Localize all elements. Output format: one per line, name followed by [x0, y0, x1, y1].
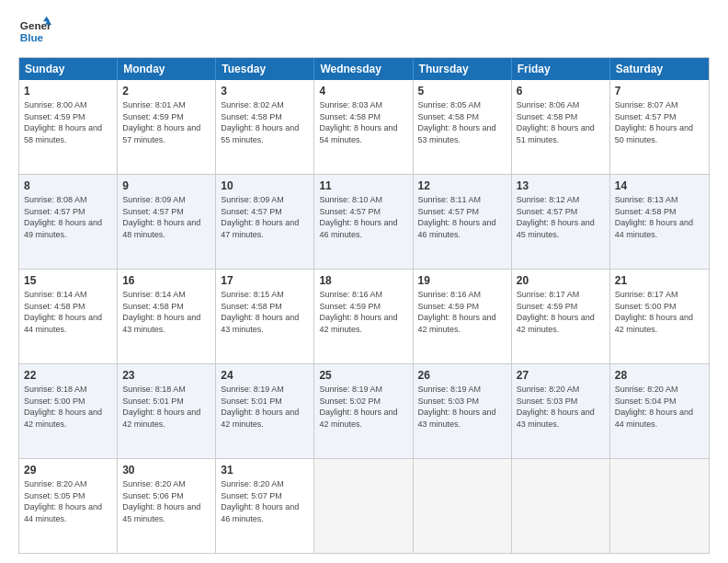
day-number: 11: [319, 178, 407, 193]
page-header: General Blue: [18, 15, 710, 48]
day-number: 17: [221, 273, 309, 288]
calendar-cell: [414, 459, 512, 553]
sun-info: Sunrise: 8:20 AMSunset: 5:05 PMDaylight:…: [24, 478, 112, 524]
sun-info: Sunrise: 8:15 AMSunset: 4:58 PMDaylight:…: [221, 289, 309, 335]
sun-info: Sunrise: 8:18 AMSunset: 5:00 PMDaylight:…: [24, 384, 112, 430]
sun-info: Sunrise: 8:14 AMSunset: 4:58 PMDaylight:…: [122, 289, 210, 335]
sun-info: Sunrise: 8:18 AMSunset: 5:01 PMDaylight:…: [122, 384, 210, 430]
sun-info: Sunrise: 8:19 AMSunset: 5:02 PMDaylight:…: [319, 384, 407, 430]
calendar-cell: 31Sunrise: 8:20 AMSunset: 5:07 PMDayligh…: [216, 459, 314, 553]
calendar-header: SundayMondayTuesdayWednesdayThursdayFrid…: [19, 58, 709, 80]
calendar-cell: 13Sunrise: 8:12 AMSunset: 4:57 PMDayligh…: [512, 175, 610, 269]
calendar-cell: 11Sunrise: 8:10 AMSunset: 4:57 PMDayligh…: [314, 175, 413, 269]
calendar-row: 8Sunrise: 8:08 AMSunset: 4:57 PMDaylight…: [19, 174, 709, 269]
sun-info: Sunrise: 8:20 AMSunset: 5:04 PMDaylight:…: [615, 384, 704, 430]
calendar-cell: 14Sunrise: 8:13 AMSunset: 4:58 PMDayligh…: [610, 175, 709, 269]
calendar: SundayMondayTuesdayWednesdayThursdayFrid…: [18, 57, 710, 554]
weekday-header: Tuesday: [216, 58, 314, 80]
sun-info: Sunrise: 8:08 AMSunset: 4:57 PMDaylight:…: [24, 194, 112, 240]
calendar-row: 15Sunrise: 8:14 AMSunset: 4:58 PMDayligh…: [19, 269, 709, 363]
calendar-cell: 9Sunrise: 8:09 AMSunset: 4:57 PMDaylight…: [118, 175, 216, 269]
day-number: 21: [615, 273, 704, 288]
day-number: 9: [122, 178, 210, 193]
weekday-header: Wednesday: [314, 58, 413, 80]
day-number: 16: [122, 273, 210, 288]
logo: General Blue: [18, 15, 51, 48]
day-number: 3: [221, 84, 309, 98]
calendar-cell: 25Sunrise: 8:19 AMSunset: 5:02 PMDayligh…: [314, 364, 413, 458]
calendar-cell: 17Sunrise: 8:15 AMSunset: 4:58 PMDayligh…: [216, 270, 314, 363]
weekday-header: Saturday: [610, 58, 709, 80]
sun-info: Sunrise: 8:09 AMSunset: 4:57 PMDaylight:…: [221, 194, 309, 240]
calendar-row: 22Sunrise: 8:18 AMSunset: 5:00 PMDayligh…: [19, 363, 709, 458]
calendar-cell: [512, 459, 610, 553]
calendar-cell: 2Sunrise: 8:01 AMSunset: 4:59 PMDaylight…: [118, 80, 216, 174]
sun-info: Sunrise: 8:16 AMSunset: 4:59 PMDaylight:…: [418, 289, 506, 335]
day-number: 31: [221, 463, 309, 477]
sun-info: Sunrise: 8:13 AMSunset: 4:58 PMDaylight:…: [615, 194, 704, 240]
calendar-cell: 15Sunrise: 8:14 AMSunset: 4:58 PMDayligh…: [19, 270, 118, 363]
day-number: 18: [319, 273, 407, 288]
day-number: 1: [24, 84, 112, 98]
day-number: 28: [615, 368, 704, 383]
calendar-cell: 16Sunrise: 8:14 AMSunset: 4:58 PMDayligh…: [118, 270, 216, 363]
calendar-cell: 21Sunrise: 8:17 AMSunset: 5:00 PMDayligh…: [610, 270, 709, 363]
calendar-cell: 20Sunrise: 8:17 AMSunset: 4:59 PMDayligh…: [512, 270, 610, 363]
day-number: 15: [24, 273, 112, 288]
calendar-cell: 29Sunrise: 8:20 AMSunset: 5:05 PMDayligh…: [19, 459, 118, 553]
weekday-header: Friday: [512, 58, 610, 80]
calendar-cell: 12Sunrise: 8:11 AMSunset: 4:57 PMDayligh…: [414, 175, 512, 269]
sun-info: Sunrise: 8:12 AMSunset: 4:57 PMDaylight:…: [517, 194, 605, 240]
sun-info: Sunrise: 8:19 AMSunset: 5:03 PMDaylight:…: [418, 384, 506, 430]
calendar-cell: 24Sunrise: 8:19 AMSunset: 5:01 PMDayligh…: [216, 364, 314, 458]
day-number: 10: [221, 178, 309, 193]
sun-info: Sunrise: 8:17 AMSunset: 5:00 PMDaylight:…: [615, 289, 704, 335]
sun-info: Sunrise: 8:01 AMSunset: 4:59 PMDaylight:…: [122, 99, 210, 145]
day-number: 8: [24, 178, 112, 193]
sun-info: Sunrise: 8:06 AMSunset: 4:58 PMDaylight:…: [517, 99, 605, 145]
day-number: 14: [615, 178, 704, 193]
day-number: 19: [418, 273, 506, 288]
sun-info: Sunrise: 8:11 AMSunset: 4:57 PMDaylight:…: [418, 194, 506, 240]
calendar-body: 1Sunrise: 8:00 AMSunset: 4:59 PMDaylight…: [19, 80, 709, 553]
calendar-cell: 10Sunrise: 8:09 AMSunset: 4:57 PMDayligh…: [216, 175, 314, 269]
logo-icon: General Blue: [18, 15, 51, 48]
calendar-cell: 8Sunrise: 8:08 AMSunset: 4:57 PMDaylight…: [19, 175, 118, 269]
calendar-cell: 1Sunrise: 8:00 AMSunset: 4:59 PMDaylight…: [19, 80, 118, 174]
day-number: 4: [319, 84, 407, 98]
calendar-cell: 30Sunrise: 8:20 AMSunset: 5:06 PMDayligh…: [118, 459, 216, 553]
sun-info: Sunrise: 8:20 AMSunset: 5:07 PMDaylight:…: [221, 478, 309, 524]
calendar-cell: 3Sunrise: 8:02 AMSunset: 4:58 PMDaylight…: [216, 80, 314, 174]
sun-info: Sunrise: 8:05 AMSunset: 4:58 PMDaylight:…: [418, 99, 506, 145]
weekday-header: Monday: [118, 58, 216, 80]
sun-info: Sunrise: 8:09 AMSunset: 4:57 PMDaylight:…: [122, 194, 210, 240]
day-number: 2: [122, 84, 210, 98]
calendar-cell: [314, 459, 413, 553]
calendar-cell: [610, 459, 709, 553]
sun-info: Sunrise: 8:20 AMSunset: 5:03 PMDaylight:…: [517, 384, 605, 430]
day-number: 25: [319, 368, 407, 383]
day-number: 22: [24, 368, 112, 383]
sun-info: Sunrise: 8:14 AMSunset: 4:58 PMDaylight:…: [24, 289, 112, 335]
calendar-row: 29Sunrise: 8:20 AMSunset: 5:05 PMDayligh…: [19, 458, 709, 553]
day-number: 13: [517, 178, 605, 193]
weekday-header: Sunday: [19, 58, 118, 80]
sun-info: Sunrise: 8:20 AMSunset: 5:06 PMDaylight:…: [122, 478, 210, 524]
day-number: 5: [418, 84, 506, 98]
day-number: 27: [517, 368, 605, 383]
sun-info: Sunrise: 8:00 AMSunset: 4:59 PMDaylight:…: [24, 99, 112, 145]
day-number: 29: [24, 463, 112, 477]
day-number: 24: [221, 368, 309, 383]
sun-info: Sunrise: 8:10 AMSunset: 4:57 PMDaylight:…: [319, 194, 407, 240]
day-number: 23: [122, 368, 210, 383]
calendar-cell: 22Sunrise: 8:18 AMSunset: 5:00 PMDayligh…: [19, 364, 118, 458]
day-number: 12: [418, 178, 506, 193]
day-number: 26: [418, 368, 506, 383]
calendar-cell: 28Sunrise: 8:20 AMSunset: 5:04 PMDayligh…: [610, 364, 709, 458]
calendar-cell: 19Sunrise: 8:16 AMSunset: 4:59 PMDayligh…: [414, 270, 512, 363]
day-number: 6: [517, 84, 605, 98]
sun-info: Sunrise: 8:07 AMSunset: 4:57 PMDaylight:…: [615, 99, 704, 145]
calendar-cell: 5Sunrise: 8:05 AMSunset: 4:58 PMDaylight…: [414, 80, 512, 174]
sun-info: Sunrise: 8:19 AMSunset: 5:01 PMDaylight:…: [221, 384, 309, 430]
calendar-cell: 27Sunrise: 8:20 AMSunset: 5:03 PMDayligh…: [512, 364, 610, 458]
